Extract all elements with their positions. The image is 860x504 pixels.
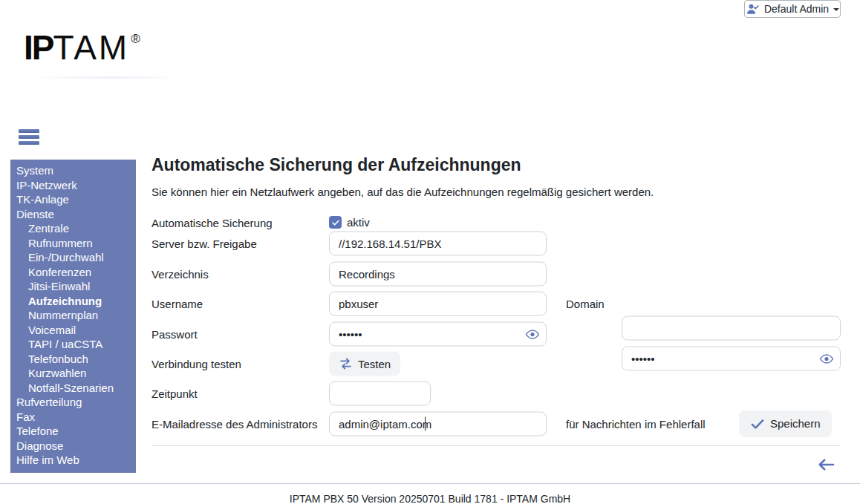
domain-label: Domain — [566, 297, 605, 310]
password-label: Passwort — [152, 327, 198, 340]
sidebar-item-rufverteilung[interactable]: Rufverteilung — [10, 395, 136, 410]
speichern-button[interactable]: Speichern — [739, 410, 832, 437]
time-label: Zeitpunkt — [152, 387, 198, 399]
time-input[interactable] — [329, 381, 431, 405]
sidebar-item-telefonbuch[interactable]: Telefonbuch — [10, 352, 136, 367]
sidebar-item-voicemail[interactable]: Voicemail — [10, 323, 136, 338]
aktiv-checkbox[interactable] — [329, 216, 342, 229]
sidebar-item-zentrale[interactable]: Zentrale — [10, 221, 136, 236]
logo-text-light: TAM — [53, 28, 129, 67]
iptam-logo: IPTAM® — [24, 30, 140, 65]
server-label: Server bzw. Freigabe — [152, 237, 257, 249]
speichern-button-label: Speichern — [770, 417, 821, 430]
logo-text-bold: IP — [24, 28, 53, 67]
server-input[interactable] — [329, 231, 547, 255]
sidebar-item-dienste[interactable]: Dienste — [10, 207, 136, 222]
username-label: Username — [152, 297, 203, 310]
sidebar-item-rufnummern[interactable]: Rufnummern — [10, 236, 136, 251]
aktiv-checkbox-label: aktiv — [347, 216, 370, 229]
menu-toggle-button[interactable] — [19, 129, 39, 147]
main-content: Automatische Sicherung der Aufzeichnunge… — [152, 0, 841, 504]
sidebar-item-telefone[interactable]: Telefone — [10, 424, 136, 439]
admin-email-input[interactable] — [329, 411, 547, 436]
username-input[interactable] — [329, 291, 547, 315]
sidebar-item-aufzeichnung[interactable]: Aufzeichnung — [10, 294, 136, 309]
sidebar-item-ip-netzwerk[interactable]: IP-Netzwerk — [10, 178, 136, 193]
sidebar-item-ein-durchwahl[interactable]: Ein-/Durchwahl — [10, 250, 136, 265]
email-note: für Nachrichten im Fehlerfall — [566, 417, 706, 430]
sidebar-item-jitsi-einwahl[interactable]: Jitsi-Einwahl — [10, 279, 136, 294]
password-input[interactable] — [329, 321, 547, 346]
sidebar-item-nummernplan[interactable]: Nummernplan — [10, 308, 136, 323]
exchange-arrows-icon — [339, 356, 353, 370]
registered-trademark-symbol: ® — [131, 32, 140, 46]
sidebar-item-fax[interactable]: Fax — [10, 410, 136, 425]
sidebar-item-notfall-szenarien[interactable]: Notfall-Szenarien — [10, 381, 136, 396]
check-icon — [750, 416, 765, 431]
directory-label: Verzeichnis — [152, 267, 209, 280]
back-arrow-button[interactable] — [815, 454, 836, 475]
page-title: Automatische Sicherung der Aufzeichnunge… — [152, 155, 521, 175]
testen-button[interactable]: Testen — [329, 351, 400, 376]
check-icon — [331, 218, 340, 227]
text-cursor — [425, 416, 426, 431]
testen-button-label: Testen — [358, 357, 391, 370]
auto-backup-label: Automatische Sicherung — [152, 216, 273, 229]
sidebar-nav: System IP-Netzwerk TK-Anlage Dienste Zen… — [10, 160, 136, 473]
sidebar-item-tk-anlage[interactable]: TK-Anlage — [10, 192, 136, 207]
page-description: Sie können hier ein Netzlaufwerk angeben… — [152, 186, 654, 198]
content-divider — [152, 445, 841, 446]
sidebar-item-system[interactable]: System — [10, 163, 136, 178]
arrow-left-icon — [815, 454, 836, 475]
test-connection-label: Verbindung testen — [152, 357, 241, 370]
admin-email-label: E-Mailadresse des Administrators — [152, 417, 317, 430]
hamburger-icon — [19, 129, 39, 133]
sidebar-item-hilfe-im-web[interactable]: Hilfe im Web — [10, 453, 136, 468]
password-eye-icon[interactable] — [525, 327, 540, 341]
sidebar-item-kurzwahlen[interactable]: Kurzwahlen — [10, 366, 136, 381]
directory-input[interactable] — [329, 261, 547, 286]
logo-underline — [25, 76, 171, 79]
footer: IPTAM PBX 50 Version 20250701 Build 1781… — [0, 483, 860, 504]
sidebar-item-tapi-uacsta[interactable]: TAPI / uaCSTA — [10, 337, 136, 352]
sidebar-item-konferenzen[interactable]: Konferenzen — [10, 265, 136, 280]
footer-version-text: IPTAM PBX 50 Version 20250701 Build 1781… — [290, 493, 570, 504]
sidebar-item-diagnose[interactable]: Diagnose — [10, 439, 136, 454]
